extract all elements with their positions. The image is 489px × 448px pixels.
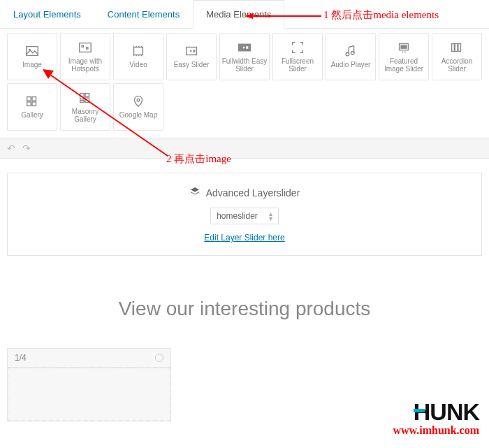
element-image[interactable]: Image	[7, 33, 57, 80]
element-label: Video	[129, 61, 147, 69]
svg-rect-2	[80, 43, 92, 52]
edit-layerslider-link[interactable]: Edit Layer Slider here	[204, 233, 284, 243]
svg-point-12	[402, 51, 403, 52]
element-label: Fullwidth Easy Slider	[221, 57, 268, 73]
column-options-icon[interactable]	[155, 354, 163, 362]
element-label: Featured Image Slider	[381, 57, 427, 73]
element-image-hotspots[interactable]: Image with Hotspots	[60, 33, 110, 80]
element-label: Image with Hotspots	[62, 57, 108, 73]
undo-button[interactable]: ↶	[7, 143, 15, 154]
fullscreen-slider-icon	[290, 41, 305, 55]
svg-rect-22	[85, 93, 89, 96]
element-label: Accordion Slider	[434, 57, 480, 73]
element-google-map[interactable]: Google Map	[113, 83, 163, 131]
svg-point-3	[82, 45, 84, 47]
element-label: Gallery	[21, 111, 43, 120]
featured-slider-icon	[396, 41, 411, 55]
element-masonry-gallery[interactable]: Masonry Gallery	[60, 83, 110, 131]
layerslider-selected: homeslider	[217, 211, 258, 221]
element-label: Masonry Gallery	[62, 108, 108, 124]
element-label: Google Map	[119, 111, 157, 120]
layerslider-element[interactable]: Advanced Layerslider homeslider ▴▾ Edit …	[7, 173, 482, 256]
layerslider-select[interactable]: homeslider ▴▾	[210, 208, 279, 224]
tab-media-elements[interactable]: Media Elements	[193, 0, 284, 29]
svg-rect-24	[85, 98, 89, 102]
element-tabs: Layout Elements Content Elements Media E…	[0, 0, 489, 29]
svg-rect-16	[458, 43, 461, 51]
element-label: Fullscreen Slider	[275, 57, 321, 73]
redo-button[interactable]: ↷	[22, 143, 31, 154]
element-grid: Image Image with Hotspots Video Easy Sli…	[0, 29, 489, 138]
accordion-slider-icon	[449, 41, 465, 55]
column-size-label: 1/4	[15, 353, 27, 363]
svg-point-8	[346, 53, 349, 57]
masonry-icon	[78, 91, 93, 105]
element-label: Image	[22, 61, 42, 69]
gallery-icon	[24, 94, 40, 108]
element-featured-image-slider[interactable]: Featured Image Slider	[379, 33, 429, 80]
video-icon	[131, 44, 146, 58]
element-fullwidth-easy-slider[interactable]: Fullwidth Easy Slider	[219, 33, 270, 80]
svg-rect-5	[134, 48, 143, 55]
svg-rect-14	[452, 43, 455, 51]
watermark-logo: HUNK www.imhunk.com	[393, 398, 479, 437]
svg-rect-20	[32, 102, 36, 106]
history-toolbar: ↶ ↷	[0, 138, 489, 159]
layerslider-title: Advanced Layerslider	[206, 187, 300, 198]
element-easy-slider[interactable]: Easy Slider	[166, 33, 217, 80]
svg-rect-0	[27, 47, 38, 56]
svg-point-13	[404, 51, 406, 52]
svg-rect-11	[400, 45, 407, 49]
image-hotspots-icon	[78, 41, 93, 55]
element-label: Easy Slider	[174, 61, 210, 69]
fullwidth-slider-icon	[237, 41, 252, 55]
watermark-url: www.imhunk.com	[393, 424, 479, 437]
layers-icon	[189, 186, 200, 199]
svg-rect-23	[80, 100, 85, 102]
map-pin-icon	[131, 94, 146, 108]
element-audio-player[interactable]: Audio Player	[326, 33, 376, 80]
element-fullscreen-slider[interactable]: Fullscreen Slider	[272, 33, 323, 80]
tab-layout-elements[interactable]: Layout Elements	[0, 0, 94, 28]
svg-rect-17	[27, 97, 31, 101]
svg-point-25	[137, 99, 140, 102]
select-chevron-icon: ▴▾	[269, 211, 272, 221]
element-label: Audio Player	[331, 61, 371, 69]
audio-icon	[343, 44, 358, 58]
image-icon	[24, 44, 40, 58]
svg-rect-18	[32, 97, 36, 101]
element-accordion-slider[interactable]: Accordion Slider	[432, 33, 482, 80]
column-one-quarter[interactable]: 1/4	[7, 348, 171, 421]
element-gallery[interactable]: Gallery	[7, 83, 57, 131]
svg-rect-21	[80, 93, 85, 99]
svg-rect-19	[27, 102, 31, 106]
svg-point-4	[86, 47, 88, 49]
element-video[interactable]: Video	[113, 33, 163, 80]
special-heading[interactable]: View our interesting products	[7, 277, 482, 348]
tab-content-elements[interactable]: Content Elements	[94, 0, 193, 28]
easy-slider-icon	[184, 44, 199, 58]
svg-rect-15	[455, 43, 458, 51]
column-dropzone[interactable]	[7, 367, 171, 421]
